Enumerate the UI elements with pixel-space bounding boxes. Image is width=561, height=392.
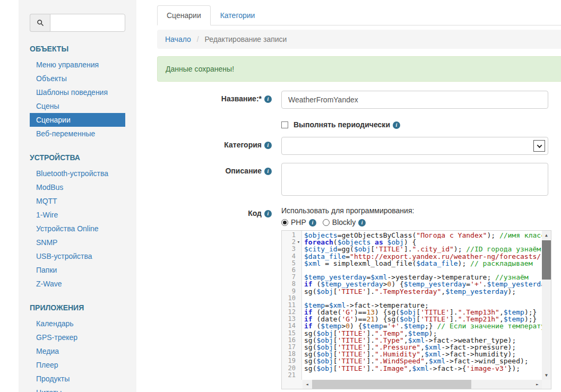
sidebar-item[interactable]: Цитаты: [30, 386, 125, 392]
success-alert-text: Данные сохранены!: [166, 65, 234, 73]
fold-icon[interactable]: ▾: [296, 239, 301, 246]
editor-code-area[interactable]: $objects=getObjectsByClass("Погода с Yan…: [303, 231, 542, 380]
editor-horizontal-scrollbar[interactable]: ◄ ►: [303, 380, 542, 389]
info-icon[interactable]: i: [393, 121, 400, 129]
form-row-description: Описание i: [157, 163, 561, 197]
lang-option-blockly[interactable]: Blocklyi: [323, 218, 366, 227]
code-language-hint: Использовать для программирования:: [281, 206, 548, 215]
sidebar-item[interactable]: Устройства Online: [30, 222, 125, 236]
scroll-left-button[interactable]: ◄: [303, 380, 312, 389]
name-label: Название:*: [221, 94, 262, 103]
breadcrumb: Начало / Редактирование записи: [157, 30, 561, 49]
line-number: 5: [282, 260, 301, 267]
select-caret-box: [533, 140, 545, 152]
fold-spacer: [296, 232, 301, 239]
sidebar-item[interactable]: 1-Wire: [30, 208, 125, 222]
fold-spacer: [296, 372, 301, 379]
fold-spacer: [296, 337, 301, 344]
breadcrumb-current: Редактирование записи: [204, 35, 287, 43]
category-select[interactable]: [281, 137, 548, 155]
name-input[interactable]: [281, 91, 548, 109]
radio-php[interactable]: [281, 219, 288, 226]
sidebar-item[interactable]: Календарь: [30, 317, 125, 330]
gutter-filler: [282, 380, 303, 389]
sidebar-item[interactable]: MQTT: [30, 194, 125, 208]
name-label-cell: Название:* i: [157, 91, 272, 109]
fold-spacer: [296, 351, 301, 358]
form-row-periodic: Выполнять периодически i: [157, 117, 561, 129]
vertical-scrollbar-thumb[interactable]: [542, 240, 551, 280]
sidebar-nav: ОБЪЕКТЫМеню управленияОбъектыШаблоны пов…: [30, 45, 125, 392]
sidebar-item[interactable]: Веб-переменные: [30, 127, 125, 141]
code-line[interactable]: [304, 372, 542, 379]
sidebar-item[interactable]: Плеер: [30, 358, 125, 372]
fold-spacer: [296, 288, 301, 295]
line-number: 3: [282, 246, 301, 252]
sidebar-item[interactable]: Продукты: [30, 372, 125, 386]
sidebar-item[interactable]: Объекты: [30, 72, 125, 85]
sidebar-item[interactable]: Медиа: [30, 344, 125, 358]
sidebar-item[interactable]: SNMP: [30, 236, 125, 249]
sidebar-item[interactable]: Сценарии: [30, 113, 125, 127]
periodic-check-wrap: Выполнять периодически i: [281, 117, 548, 129]
search-group: [30, 14, 125, 32]
fold-spacer: [296, 302, 301, 309]
sidebar-section-title: ОБЪЕКТЫ: [30, 45, 125, 53]
periodic-label: Выполнять периодически: [294, 120, 390, 129]
editor-vertical-scrollbar[interactable]: ▲ ▼: [542, 231, 551, 380]
line-number: 10: [282, 295, 301, 302]
success-alert: Данные сохранены!: [157, 56, 561, 82]
info-icon[interactable]: i: [264, 95, 272, 103]
scrollbar-corner: [542, 380, 551, 389]
tab-scenarios[interactable]: Сценарии: [157, 5, 211, 25]
radio-blockly[interactable]: [323, 219, 330, 226]
scroll-down-button[interactable]: ▼: [542, 371, 551, 380]
form-row-category: Категория i: [157, 137, 561, 155]
fold-spacer: [296, 358, 301, 364]
sidebar-item[interactable]: Z-Wave: [30, 277, 125, 291]
radio-label: Blockly: [332, 218, 356, 227]
line-number: 4: [282, 253, 301, 260]
fold-spacer: [296, 253, 301, 260]
fold-spacer: [296, 344, 301, 351]
info-icon[interactable]: i: [309, 219, 316, 227]
scroll-right-button[interactable]: ►: [533, 380, 542, 389]
sidebar-item[interactable]: Bluetooth-устройства: [30, 167, 125, 180]
fold-spacer: [296, 316, 301, 323]
info-icon[interactable]: i: [264, 210, 272, 217]
sidebar-item[interactable]: Меню управления: [30, 58, 125, 72]
breadcrumb-home-link[interactable]: Начало: [165, 35, 191, 43]
tab-categories[interactable]: Категории: [211, 5, 265, 25]
code-label: Код: [248, 209, 262, 217]
sidebar-item[interactable]: Сцены: [30, 99, 125, 113]
lang-option-php[interactable]: PHPi: [281, 218, 316, 227]
info-icon[interactable]: i: [264, 142, 272, 149]
info-icon[interactable]: i: [264, 168, 272, 175]
search-input[interactable]: [50, 14, 125, 32]
scroll-up-button[interactable]: ▲: [542, 231, 551, 240]
line-number: 20: [282, 365, 301, 372]
info-icon[interactable]: i: [358, 219, 366, 227]
code-line[interactable]: sg($obj['TITLE'].".TempYesterday",$temp_…: [304, 288, 542, 295]
sidebar-item[interactable]: USB-устройства: [30, 249, 125, 263]
sidebar-item[interactable]: GPS-трекер: [30, 330, 125, 344]
sidebar-item[interactable]: Шаблоны поведения: [30, 85, 125, 99]
code-label-cell: Код i: [157, 205, 272, 389]
fold-spacer: [296, 365, 301, 372]
code-line[interactable]: $xml = simplexml_load_file($data_file); …: [304, 260, 542, 267]
sidebar-item[interactable]: Папки: [30, 263, 125, 277]
horizontal-scrollbar-thumb[interactable]: [312, 380, 471, 389]
description-label-cell: Описание i: [157, 163, 272, 197]
line-number: 9: [282, 288, 301, 295]
description-label: Описание: [225, 167, 262, 175]
line-number: 15: [282, 330, 301, 337]
category-label-cell: Категория i: [157, 137, 272, 155]
chevron-down-icon: [537, 143, 542, 148]
description-textarea[interactable]: [281, 163, 548, 196]
language-radios: PHPiBlocklyi: [281, 218, 548, 227]
periodic-checkbox[interactable]: [281, 121, 288, 128]
code-editor[interactable]: 12▾3456789101112131415161718192021 $obje…: [281, 230, 551, 389]
form-row-code: Код i Использовать для программирования:…: [157, 205, 561, 389]
sidebar-item[interactable]: ModBus: [30, 180, 125, 194]
code-line[interactable]: sg($obj['TITLE'].".Image",$xml->fact->{'…: [304, 365, 542, 372]
